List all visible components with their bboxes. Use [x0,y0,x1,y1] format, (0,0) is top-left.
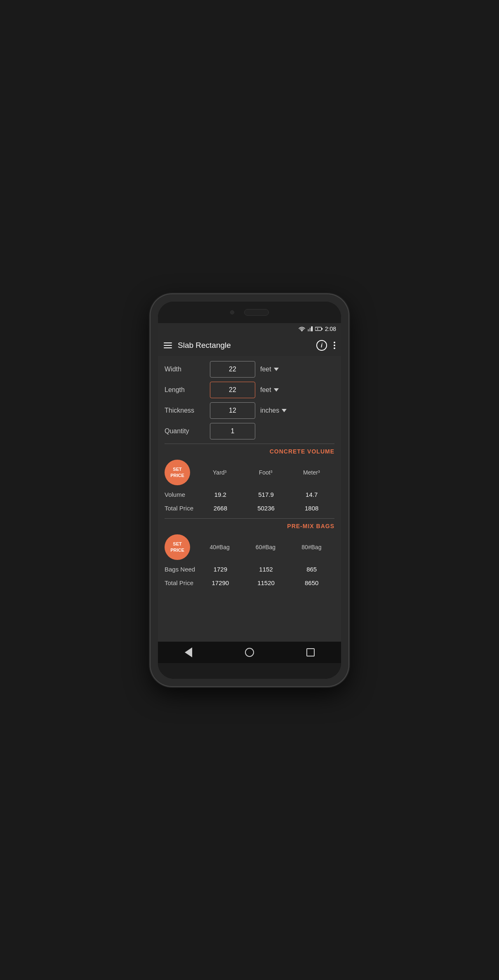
svg-rect-5 [322,328,322,329]
back-button[interactable] [181,645,196,660]
bags-price-80: 8650 [289,579,334,586]
svg-marker-1 [308,329,309,331]
thickness-unit-arrow [282,409,287,412]
bags-price-values: 17290 11520 8650 [198,579,334,586]
top-bezel [158,302,341,323]
premix-bags-header-row: SETPRICE 40#Bag 60#Bag 80#Bag [165,534,334,560]
quantity-label: Quantity [165,427,210,435]
info-button[interactable]: i [316,340,327,351]
volume-foot: 517.9 [243,491,289,498]
bags-set-price-label: SETPRICE [170,541,184,553]
svg-point-0 [301,331,302,331]
concrete-price-yard: 2668 [198,505,243,512]
volume-label: Volume [165,491,198,498]
svg-marker-3 [311,326,312,331]
width-label: Width [165,366,210,373]
clock: 2:08 [325,326,336,332]
length-unit-arrow [274,388,279,392]
thickness-unit-label: inches [260,407,279,414]
concrete-volume-table: SETPRICE Yard³ Foot³ Meter³ Volume 19.2 … [165,460,334,512]
header-icons: i [316,340,335,351]
app-header: Slab Rectangle i [158,335,341,356]
concrete-set-price-button[interactable]: SETPRICE [165,460,190,485]
concrete-price-meter: 1808 [289,505,334,512]
width-input[interactable] [210,361,255,378]
phone-frame: 2:08 Slab Rectangle i Width [151,294,348,686]
bags-col-40: 40#Bag [197,544,242,550]
bags-price-40: 17290 [198,579,243,586]
bags-need-80: 865 [289,566,334,573]
hamburger-menu[interactable] [164,342,172,348]
recent-button[interactable] [303,645,318,660]
bags-col-headers: 40#Bag 60#Bag 80#Bag [197,544,334,550]
phone-screen: 2:08 Slab Rectangle i Width [158,302,341,679]
concrete-col-meter: Meter³ [289,469,334,476]
camera [230,310,234,314]
concrete-price-foot: 50236 [243,505,289,512]
length-label: Length [165,386,210,394]
concrete-volume-title: CONCRETE VOLUME [165,448,334,455]
bags-col-80: 80#Bag [289,544,334,550]
signal-icon [308,326,313,331]
width-unit-label: feet [260,366,271,373]
bags-price-60: 11520 [243,579,289,586]
concrete-price-row: Total Price 2668 50236 1808 [165,505,334,512]
concrete-col-headers: Yard³ Foot³ Meter³ [197,469,334,476]
length-unit-select[interactable]: feet [260,386,279,394]
length-input[interactable] [210,382,255,398]
length-unit-label: feet [260,386,271,394]
bags-set-price-button[interactable]: SETPRICE [165,534,190,560]
concrete-volume-header-row: SETPRICE Yard³ Foot³ Meter³ [165,460,334,485]
premix-bags-section: PRE-MIX BAGS [165,518,334,529]
length-row: Length feet [165,382,334,398]
quantity-input[interactable] [210,423,255,439]
width-unit-select[interactable]: feet [260,366,279,373]
status-icons: 2:08 [299,326,336,332]
concrete-set-price-label: SETPRICE [170,466,184,478]
home-button[interactable] [242,645,257,660]
bottom-bezel [158,663,341,679]
app-content: Width feet Length feet Thickness [158,356,341,642]
status-bar: 2:08 [158,323,341,335]
bags-need-60: 1152 [243,566,289,573]
volume-yard: 19.2 [198,491,243,498]
thickness-label: Thickness [165,407,210,414]
app-title: Slab Rectangle [178,341,316,350]
wifi-icon [299,326,305,331]
premix-bags-table: SETPRICE 40#Bag 60#Bag 80#Bag Bags Need … [165,534,334,586]
thickness-unit-select[interactable]: inches [260,407,287,414]
quantity-row: Quantity [165,423,334,439]
thickness-row: Thickness inches [165,402,334,419]
concrete-col-yard: Yard³ [197,469,242,476]
info-icon-label: i [321,342,322,349]
concrete-price-values: 2668 50236 1808 [198,505,334,512]
thickness-input[interactable] [210,402,255,419]
bags-price-label: Total Price [165,579,198,586]
premix-bags-title: PRE-MIX BAGS [165,523,334,529]
concrete-volume-row: Volume 19.2 517.9 14.7 [165,491,334,498]
concrete-col-foot: Foot³ [242,469,288,476]
bags-price-row: Total Price 17290 11520 8650 [165,579,334,586]
home-icon [245,648,254,657]
width-unit-arrow [274,368,279,371]
more-menu-button[interactable] [334,342,335,349]
bags-need-values: 1729 1152 865 [198,566,334,573]
speaker [244,309,269,316]
concrete-price-label: Total Price [165,505,198,512]
bags-need-40: 1729 [198,566,243,573]
svg-marker-2 [309,328,311,331]
volume-values: 19.2 517.9 14.7 [198,491,334,498]
width-row: Width feet [165,361,334,378]
battery-icon [315,326,322,331]
concrete-volume-section: CONCRETE VOLUME [165,444,334,455]
recent-icon [306,648,315,656]
back-icon [185,647,192,657]
bags-need-row: Bags Need 1729 1152 865 [165,566,334,573]
bags-col-60: 60#Bag [242,544,288,550]
volume-meter: 14.7 [289,491,334,498]
bags-need-label: Bags Need [165,566,198,573]
nav-bar [158,642,341,663]
